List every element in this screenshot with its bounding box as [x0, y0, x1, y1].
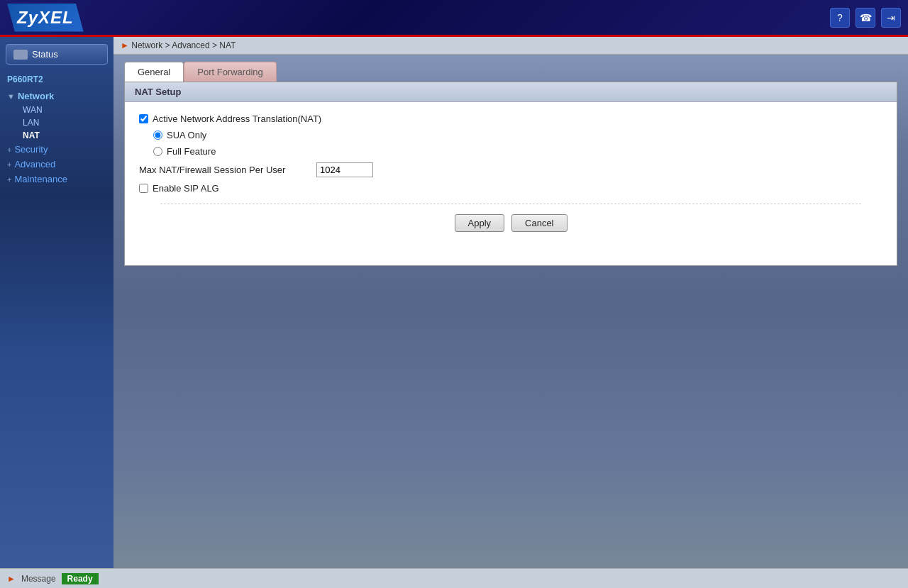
logo-text: ZyXEL [17, 8, 74, 27]
form-panel: NAT Setup Active Network Address Transla… [124, 82, 897, 266]
nat-active-row: Active Network Address Translation(NAT) [139, 113, 882, 124]
apply-label: Apply [468, 218, 492, 228]
sidebar-item-maintenance[interactable]: + Maintenance [0, 172, 114, 187]
expand-icon-advanced: + [7, 160, 11, 169]
logo-area: ZyXEL [7, 4, 84, 32]
divider [160, 204, 861, 204]
sidebar-item-lan[interactable]: LAN [16, 116, 114, 129]
status-arrow: ► [7, 574, 16, 584]
sidebar-item-label-advanced: Advanced [14, 159, 55, 170]
sidebar-item-label-network: Network [18, 91, 54, 101]
status-label: Status [32, 49, 58, 60]
tab-bar: General Port Forwarding [124, 62, 897, 82]
full-feature-label[interactable]: Full Feature [153, 146, 216, 157]
tab-port-forwarding[interactable]: Port Forwarding [184, 62, 276, 82]
max-session-label: Max NAT/Firewall Session Per User [139, 165, 309, 175]
sip-alg-row: Enable SIP ALG [139, 183, 882, 194]
sidebar-item-advanced[interactable]: + Advanced [0, 157, 114, 172]
breadcrumb: ► Network > Advanced > NAT [114, 37, 908, 55]
sua-only-text: SUA Only [167, 130, 206, 140]
status-message-label: Message [21, 574, 56, 584]
tab-general-label: General [138, 67, 170, 77]
sidebar-sub-network: WAN LAN NAT [0, 104, 114, 142]
nat-active-text: Active Network Address Translation(NAT) [153, 113, 321, 124]
sidebar-item-security[interactable]: + Security [0, 142, 114, 157]
expand-icon-security: + [7, 145, 11, 154]
header: ZyXEL ? ☎ ⇥ [0, 0, 908, 37]
status-bar: ► Message Ready [0, 568, 908, 588]
sip-alg-text: Enable SIP ALG [153, 183, 219, 194]
breadcrumb-arrow: ► [121, 40, 129, 50]
button-row: Apply Cancel [139, 214, 882, 232]
sidebar-sub-label-lan: LAN [23, 118, 39, 128]
section-header: NAT Setup [125, 82, 897, 102]
sidebar-sub-label-wan: WAN [23, 105, 43, 115]
content-area: ► Network > Advanced > NAT General Port … [114, 37, 908, 568]
section-title: NAT Setup [135, 87, 181, 97]
phone-icon[interactable]: ☎ [856, 8, 875, 28]
sua-only-radio[interactable] [153, 131, 162, 140]
max-session-input[interactable] [316, 162, 373, 177]
form-body: Active Network Address Translation(NAT) … [125, 102, 897, 243]
expand-icon-network: ▼ [7, 92, 15, 101]
sip-alg-label[interactable]: Enable SIP ALG [139, 183, 219, 194]
sidebar-item-wan[interactable]: WAN [16, 104, 114, 116]
tab-port-forwarding-label: Port Forwarding [197, 67, 262, 77]
logo-bg: ZyXEL [7, 4, 84, 32]
sidebar-item-network[interactable]: ▼ Network [0, 89, 114, 104]
main-layout: Status P660RT2 ▼ Network WAN LAN NAT + [0, 37, 908, 568]
logout-icon[interactable]: ⇥ [881, 8, 901, 28]
status-button[interactable]: Status [6, 44, 108, 65]
page-content: General Port Forwarding NAT Setup Activ [114, 55, 908, 568]
expand-icon-maintenance: + [7, 175, 11, 184]
breadcrumb-path: Network > Advanced > NAT [131, 40, 236, 50]
sidebar-item-nat[interactable]: NAT [16, 129, 114, 142]
status-message-value: Ready [62, 573, 99, 584]
cancel-label: Cancel [525, 218, 553, 228]
cancel-button[interactable]: Cancel [511, 214, 567, 232]
device-label: P660RT2 [0, 72, 114, 87]
sidebar-item-label-security: Security [14, 144, 48, 155]
sidebar-section-network: ▼ Network WAN LAN NAT [0, 89, 114, 142]
nat-active-label[interactable]: Active Network Address Translation(NAT) [139, 113, 321, 124]
sua-only-label[interactable]: SUA Only [153, 130, 206, 140]
full-feature-radio[interactable] [153, 147, 162, 156]
nat-active-checkbox[interactable] [139, 114, 148, 123]
sidebar-item-label-maintenance: Maintenance [14, 174, 67, 184]
sidebar: Status P660RT2 ▼ Network WAN LAN NAT + [0, 37, 114, 568]
sua-only-row: SUA Only [139, 130, 882, 140]
full-feature-text: Full Feature [167, 146, 216, 157]
header-icons: ? ☎ ⇥ [830, 8, 901, 28]
apply-button[interactable]: Apply [455, 214, 505, 232]
full-feature-row: Full Feature [139, 146, 882, 157]
max-session-row: Max NAT/Firewall Session Per User [139, 162, 882, 177]
sidebar-sub-label-nat: NAT [23, 131, 40, 140]
tab-general[interactable]: General [124, 62, 184, 82]
status-icon [13, 50, 28, 60]
help-icon[interactable]: ? [830, 8, 850, 28]
sip-alg-checkbox[interactable] [139, 184, 148, 193]
